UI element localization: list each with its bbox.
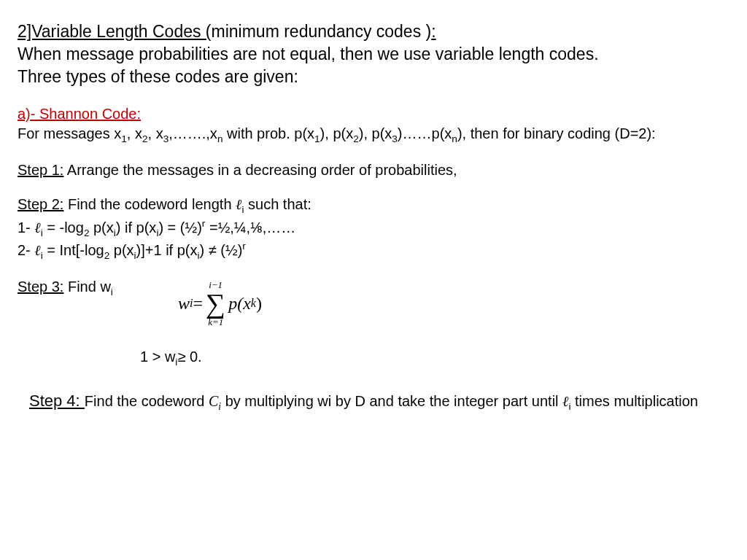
t: Find the codeword length xyxy=(63,196,236,212)
t: ), then for binary coding (D=2): xyxy=(457,125,656,141)
t: =½,¼,⅛,…… xyxy=(205,219,295,235)
t: such that: xyxy=(244,196,311,212)
t: = xyxy=(193,292,204,315)
intro-line2: Three types of these codes are given: xyxy=(18,66,729,88)
step1-text: Arrange the messages in a decreasing ord… xyxy=(63,162,457,178)
t: ≥ 0. xyxy=(177,349,201,365)
t: r xyxy=(242,241,246,252)
title-mid: minimum redundancy codes ) xyxy=(212,22,432,41)
t: ,…….,x xyxy=(169,125,217,141)
t: p(x xyxy=(228,292,251,315)
t: C xyxy=(209,393,218,409)
t: = -log xyxy=(43,219,84,235)
step3-label: Step 3: xyxy=(18,279,63,295)
t: = Int[-log xyxy=(43,241,104,257)
step2-head: Step 2: Find the codeword length ℓi such… xyxy=(18,195,729,217)
step2-line2: 2- ℓi = Int[-log2 p(xi)]+1 if p(xi) ≠ (½… xyxy=(18,240,729,262)
t: 2 xyxy=(142,133,148,144)
t: w xyxy=(178,292,190,315)
t: 1 > w xyxy=(140,349,175,365)
t: by multiplying wi by D and take the inte… xyxy=(221,393,562,409)
step1-label: Step 1: xyxy=(18,162,63,178)
t: ), p(x xyxy=(320,125,354,141)
title-prefix: 2]Variable Length Codes ( xyxy=(18,22,212,41)
step2-label: Step 2: xyxy=(18,196,63,212)
t: ) xyxy=(256,292,262,315)
step2: Step 2: Find the codeword length ℓi such… xyxy=(18,195,729,262)
t: )……p(x xyxy=(398,125,452,141)
intro-line1: When message probabilities are not equal… xyxy=(18,43,729,66)
t: 1 xyxy=(314,133,320,144)
sigma-icon: i−1 ∑ k=1 xyxy=(206,280,225,327)
t: n xyxy=(452,133,457,144)
t: with prob. p(x xyxy=(222,125,314,141)
step3-formula: wi = i−1 ∑ k=1 p(xk ) xyxy=(178,280,729,327)
t: p(x xyxy=(109,241,133,257)
ell-icon: ℓ xyxy=(34,241,40,257)
step4-label: Step 4: xyxy=(29,392,85,410)
t: ), p(x xyxy=(359,125,392,141)
step4: Step 4: Find the codeword Ci by multiply… xyxy=(29,390,729,413)
t: ) ≠ (½) xyxy=(200,241,243,257)
t: , x xyxy=(148,125,163,141)
t: 2- xyxy=(18,241,34,257)
t: For messages x xyxy=(18,125,121,141)
section-title: 2]Variable Length Codes (minimum redunda… xyxy=(18,20,729,43)
t: )]+1 if p(x xyxy=(136,241,198,257)
t: times multiplication xyxy=(570,393,698,409)
t: k=1 xyxy=(208,317,223,327)
step2-line1: 1- ℓi = -log2 p(xi) if p(xi) = (½)r =½,¼… xyxy=(18,217,729,240)
t: p(x xyxy=(89,219,113,235)
t: 3 xyxy=(392,133,398,144)
t: ) = (½) xyxy=(158,219,201,235)
ell-icon: ℓ xyxy=(34,219,40,235)
t: Find w xyxy=(63,279,110,295)
t: 2 xyxy=(353,133,359,144)
t: ) if p(x xyxy=(116,219,157,235)
t: 1 xyxy=(121,133,127,144)
t: ∑ xyxy=(206,289,225,317)
t: k xyxy=(251,295,256,311)
step1: Step 1: Arrange the messages in a decrea… xyxy=(18,160,729,180)
shannon-heading: a)- Shannon Code: xyxy=(18,104,729,124)
shannon-messages-line: For messages x1, x2, x3,…….,xn with prob… xyxy=(18,124,729,146)
step3-inequality: 1 > wi≥ 0. xyxy=(140,347,729,369)
t: i xyxy=(111,287,113,298)
t: , x xyxy=(127,125,142,141)
t: Find the codeword xyxy=(85,393,209,409)
title-suffix: : xyxy=(431,22,436,41)
t: 1- xyxy=(18,219,34,235)
